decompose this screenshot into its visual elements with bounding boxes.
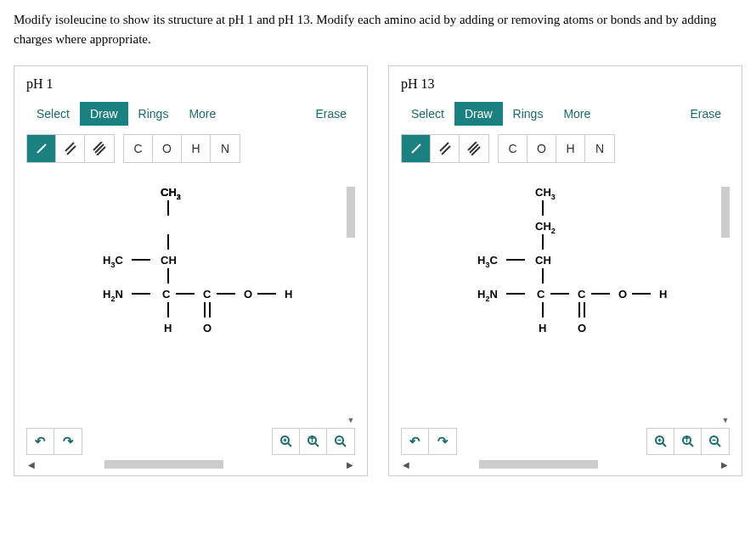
toolbar-tools: C O H N — [26, 134, 355, 163]
zoom-out-button[interactable] — [327, 429, 354, 454]
atom-o-button[interactable]: O — [528, 135, 556, 162]
tab-rings[interactable]: Rings — [503, 102, 554, 126]
undo-button[interactable]: ↶ — [402, 429, 429, 454]
svg-line-7 — [288, 443, 291, 447]
svg-line-18 — [468, 142, 477, 150]
horizontal-scrollbar[interactable]: ◀ ▶ — [26, 458, 355, 470]
atom-n-button[interactable]: N — [585, 135, 614, 162]
panel-ph13: pH 13 Select Draw Rings More Erase — [388, 65, 742, 476]
tab-more[interactable]: More — [553, 102, 601, 126]
svg-line-4 — [95, 144, 104, 153]
atom-c-button[interactable]: C — [499, 135, 528, 162]
svg-line-11 — [315, 443, 319, 447]
question-text: Modify isoleucine to show its structure … — [14, 10, 742, 48]
svg-line-15 — [412, 144, 420, 153]
single-bond-button[interactable] — [27, 135, 56, 162]
bottom-toolbar: ↶ ↷ — [401, 428, 730, 455]
erase-button[interactable]: Erase — [307, 102, 355, 126]
tab-select[interactable]: Select — [401, 102, 454, 126]
zoom-in-button[interactable] — [647, 429, 674, 454]
atom-c-button[interactable]: C — [124, 135, 153, 162]
toolbar-tabs: Select Draw Rings More Erase — [26, 102, 355, 126]
bottom-toolbar: ↶ ↷ — [26, 428, 355, 455]
tab-select[interactable]: Select — [26, 102, 80, 126]
single-bond-button[interactable] — [402, 135, 431, 162]
svg-line-5 — [97, 147, 105, 155]
svg-line-19 — [470, 144, 478, 153]
zoom-in-button[interactable] — [273, 429, 300, 454]
erase-button[interactable]: Erase — [681, 102, 730, 126]
atom-h-button[interactable]: H — [182, 135, 211, 162]
tab-more[interactable]: More — [178, 102, 226, 126]
drawing-canvas[interactable]: CH3 CH2 H3C CH H2N C C O H — [26, 170, 355, 424]
tab-rings[interactable]: Rings — [128, 102, 179, 126]
svg-line-13 — [342, 443, 346, 447]
svg-line-0 — [37, 144, 46, 153]
double-bond-button[interactable] — [431, 135, 460, 162]
triple-bond-button[interactable] — [460, 135, 488, 162]
panel-title: pH 13 — [401, 76, 730, 92]
zoom-out-button[interactable] — [702, 429, 729, 454]
tab-draw[interactable]: Draw — [80, 102, 128, 126]
svg-line-20 — [471, 147, 480, 155]
double-bond-button[interactable] — [56, 135, 85, 162]
vertical-scrollbar[interactable]: ▼ — [345, 170, 355, 424]
panels-container: pH 1 Select Draw Rings More Erase — [14, 65, 742, 476]
redo-button[interactable]: ↷ — [429, 429, 456, 454]
redo-button[interactable]: ↷ — [54, 429, 82, 454]
vertical-scrollbar[interactable]: ▼ — [719, 170, 730, 424]
svg-line-3 — [93, 142, 102, 150]
triple-bond-button[interactable] — [85, 135, 114, 162]
zoom-reset-button[interactable] — [674, 429, 702, 454]
atom-o-button[interactable]: O — [153, 135, 182, 162]
panel-title: pH 1 — [26, 76, 355, 92]
panel-ph1: pH 1 Select Draw Rings More Erase — [14, 65, 368, 476]
svg-line-26 — [690, 443, 693, 447]
tab-draw[interactable]: Draw — [454, 102, 503, 126]
toolbar-tools: C O H N — [401, 134, 730, 163]
toolbar-tabs: Select Draw Rings More Erase — [401, 102, 730, 126]
svg-line-28 — [717, 443, 720, 447]
atom-h-button[interactable]: H — [556, 135, 585, 162]
drawing-canvas[interactable]: CH3 CH2 H3C CH H2N C C O H H O — [401, 170, 730, 424]
svg-line-22 — [663, 443, 666, 447]
zoom-reset-button[interactable] — [300, 429, 327, 454]
horizontal-scrollbar[interactable]: ◀ ▶ — [401, 458, 730, 470]
undo-button[interactable]: ↶ — [27, 429, 54, 454]
atom-n-button[interactable]: N — [211, 135, 240, 162]
